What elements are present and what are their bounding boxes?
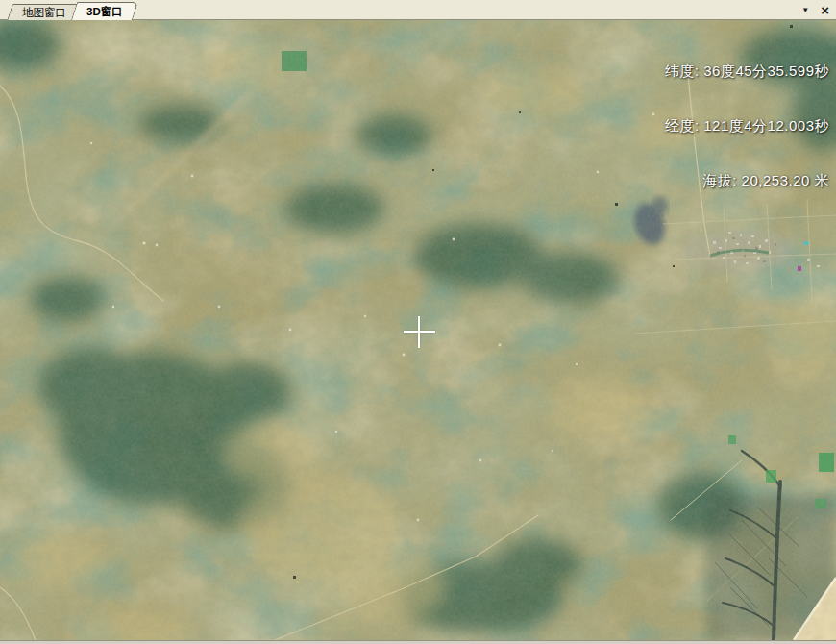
map-3d-viewport[interactable]: 纬度: 36度45分35.599秒 经度: 121度4分12.003秒 海拔: … (0, 20, 836, 640)
satellite-terrain-image (0, 20, 836, 640)
window-controls: ▼ × (801, 3, 829, 17)
tab-map-window[interactable]: 地图窗口 (10, 4, 79, 20)
tab-menu-dropdown-icon[interactable]: ▼ (801, 7, 809, 14)
close-icon[interactable]: × (821, 3, 829, 17)
tab-bar: 地图窗口 3D窗口 ▼ × (0, 0, 836, 20)
tab-3d-window[interactable]: 3D窗口 (74, 2, 135, 20)
tab-map-window-label: 地图窗口 (10, 4, 79, 20)
tab-3d-window-label: 3D窗口 (74, 2, 135, 19)
window-bottom-border (0, 640, 836, 644)
3d-viewer-window: 地图窗口 3D窗口 ▼ × (0, 0, 836, 644)
